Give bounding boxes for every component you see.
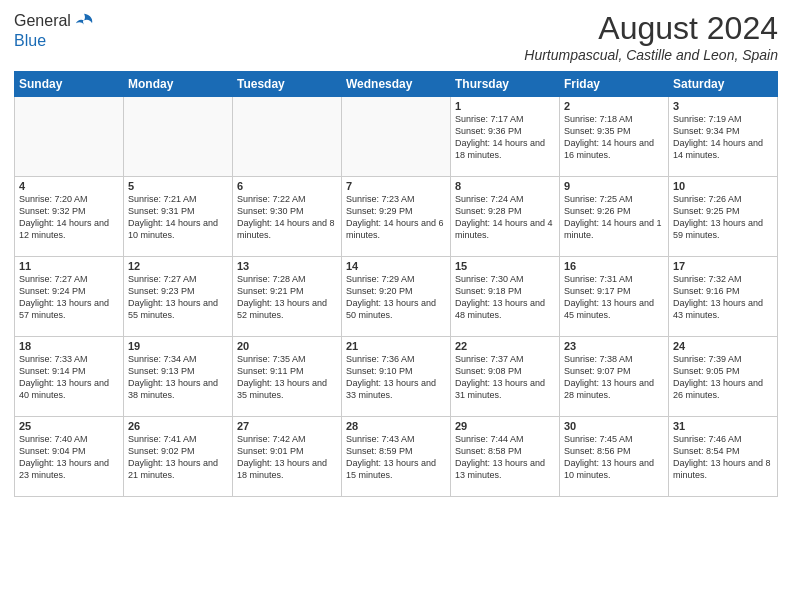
day-info: Sunrise: 7:19 AM Sunset: 9:34 PM Dayligh… — [673, 113, 773, 162]
day-info: Sunrise: 7:27 AM Sunset: 9:24 PM Dayligh… — [19, 273, 119, 322]
day-number: 7 — [346, 180, 446, 192]
day-number: 23 — [564, 340, 664, 352]
day-info: Sunrise: 7:31 AM Sunset: 9:17 PM Dayligh… — [564, 273, 664, 322]
col-tuesday: Tuesday — [233, 72, 342, 97]
day-number: 29 — [455, 420, 555, 432]
day-info: Sunrise: 7:45 AM Sunset: 8:56 PM Dayligh… — [564, 433, 664, 482]
header: General Blue August 2024 Hurtumpascual, … — [14, 10, 778, 63]
calendar-day-cell: 13Sunrise: 7:28 AM Sunset: 9:21 PM Dayli… — [233, 257, 342, 337]
calendar-day-cell: 28Sunrise: 7:43 AM Sunset: 8:59 PM Dayli… — [342, 417, 451, 497]
calendar-day-cell: 8Sunrise: 7:24 AM Sunset: 9:28 PM Daylig… — [451, 177, 560, 257]
title-area: August 2024 Hurtumpascual, Castille and … — [524, 10, 778, 63]
calendar-day-cell: 18Sunrise: 7:33 AM Sunset: 9:14 PM Dayli… — [15, 337, 124, 417]
day-number: 11 — [19, 260, 119, 272]
calendar-day-cell: 17Sunrise: 7:32 AM Sunset: 9:16 PM Dayli… — [669, 257, 778, 337]
calendar-day-cell — [342, 97, 451, 177]
day-info: Sunrise: 7:39 AM Sunset: 9:05 PM Dayligh… — [673, 353, 773, 402]
calendar-day-cell — [15, 97, 124, 177]
day-info: Sunrise: 7:22 AM Sunset: 9:30 PM Dayligh… — [237, 193, 337, 242]
logo: General Blue — [14, 10, 95, 50]
calendar-day-cell: 6Sunrise: 7:22 AM Sunset: 9:30 PM Daylig… — [233, 177, 342, 257]
day-number: 20 — [237, 340, 337, 352]
day-number: 6 — [237, 180, 337, 192]
day-number: 30 — [564, 420, 664, 432]
calendar-day-cell — [124, 97, 233, 177]
calendar-day-cell: 20Sunrise: 7:35 AM Sunset: 9:11 PM Dayli… — [233, 337, 342, 417]
calendar-day-cell: 30Sunrise: 7:45 AM Sunset: 8:56 PM Dayli… — [560, 417, 669, 497]
day-number: 27 — [237, 420, 337, 432]
col-friday: Friday — [560, 72, 669, 97]
calendar-day-cell: 10Sunrise: 7:26 AM Sunset: 9:25 PM Dayli… — [669, 177, 778, 257]
logo-bird-icon — [73, 10, 95, 32]
calendar-day-cell: 7Sunrise: 7:23 AM Sunset: 9:29 PM Daylig… — [342, 177, 451, 257]
col-wednesday: Wednesday — [342, 72, 451, 97]
calendar-week-row: 25Sunrise: 7:40 AM Sunset: 9:04 PM Dayli… — [15, 417, 778, 497]
day-number: 17 — [673, 260, 773, 272]
day-number: 14 — [346, 260, 446, 272]
calendar-day-cell: 26Sunrise: 7:41 AM Sunset: 9:02 PM Dayli… — [124, 417, 233, 497]
day-info: Sunrise: 7:18 AM Sunset: 9:35 PM Dayligh… — [564, 113, 664, 162]
logo-general-text: General — [14, 12, 71, 30]
day-number: 1 — [455, 100, 555, 112]
day-number: 19 — [128, 340, 228, 352]
calendar-day-cell — [233, 97, 342, 177]
day-number: 13 — [237, 260, 337, 272]
calendar-week-row: 11Sunrise: 7:27 AM Sunset: 9:24 PM Dayli… — [15, 257, 778, 337]
day-number: 26 — [128, 420, 228, 432]
day-info: Sunrise: 7:17 AM Sunset: 9:36 PM Dayligh… — [455, 113, 555, 162]
day-number: 10 — [673, 180, 773, 192]
day-info: Sunrise: 7:23 AM Sunset: 9:29 PM Dayligh… — [346, 193, 446, 242]
day-number: 31 — [673, 420, 773, 432]
calendar-day-cell: 14Sunrise: 7:29 AM Sunset: 9:20 PM Dayli… — [342, 257, 451, 337]
day-number: 15 — [455, 260, 555, 272]
calendar-day-cell: 9Sunrise: 7:25 AM Sunset: 9:26 PM Daylig… — [560, 177, 669, 257]
day-number: 12 — [128, 260, 228, 272]
location-subtitle: Hurtumpascual, Castille and Leon, Spain — [524, 47, 778, 63]
day-info: Sunrise: 7:37 AM Sunset: 9:08 PM Dayligh… — [455, 353, 555, 402]
day-info: Sunrise: 7:26 AM Sunset: 9:25 PM Dayligh… — [673, 193, 773, 242]
day-info: Sunrise: 7:24 AM Sunset: 9:28 PM Dayligh… — [455, 193, 555, 242]
day-number: 2 — [564, 100, 664, 112]
day-info: Sunrise: 7:33 AM Sunset: 9:14 PM Dayligh… — [19, 353, 119, 402]
calendar-week-row: 1Sunrise: 7:17 AM Sunset: 9:36 PM Daylig… — [15, 97, 778, 177]
day-number: 3 — [673, 100, 773, 112]
day-info: Sunrise: 7:41 AM Sunset: 9:02 PM Dayligh… — [128, 433, 228, 482]
calendar-day-cell: 5Sunrise: 7:21 AM Sunset: 9:31 PM Daylig… — [124, 177, 233, 257]
calendar-day-cell: 23Sunrise: 7:38 AM Sunset: 9:07 PM Dayli… — [560, 337, 669, 417]
day-number: 5 — [128, 180, 228, 192]
calendar-day-cell: 4Sunrise: 7:20 AM Sunset: 9:32 PM Daylig… — [15, 177, 124, 257]
day-info: Sunrise: 7:28 AM Sunset: 9:21 PM Dayligh… — [237, 273, 337, 322]
calendar-day-cell: 31Sunrise: 7:46 AM Sunset: 8:54 PM Dayli… — [669, 417, 778, 497]
day-info: Sunrise: 7:44 AM Sunset: 8:58 PM Dayligh… — [455, 433, 555, 482]
calendar-day-cell: 3Sunrise: 7:19 AM Sunset: 9:34 PM Daylig… — [669, 97, 778, 177]
day-info: Sunrise: 7:38 AM Sunset: 9:07 PM Dayligh… — [564, 353, 664, 402]
col-saturday: Saturday — [669, 72, 778, 97]
day-number: 25 — [19, 420, 119, 432]
col-sunday: Sunday — [15, 72, 124, 97]
day-number: 22 — [455, 340, 555, 352]
day-info: Sunrise: 7:35 AM Sunset: 9:11 PM Dayligh… — [237, 353, 337, 402]
calendar-header-row: Sunday Monday Tuesday Wednesday Thursday… — [15, 72, 778, 97]
calendar-day-cell: 21Sunrise: 7:36 AM Sunset: 9:10 PM Dayli… — [342, 337, 451, 417]
day-number: 24 — [673, 340, 773, 352]
calendar-day-cell: 2Sunrise: 7:18 AM Sunset: 9:35 PM Daylig… — [560, 97, 669, 177]
col-thursday: Thursday — [451, 72, 560, 97]
day-info: Sunrise: 7:25 AM Sunset: 9:26 PM Dayligh… — [564, 193, 664, 242]
day-info: Sunrise: 7:32 AM Sunset: 9:16 PM Dayligh… — [673, 273, 773, 322]
month-year-title: August 2024 — [524, 10, 778, 47]
logo-blue-text: Blue — [14, 32, 95, 50]
day-number: 18 — [19, 340, 119, 352]
calendar-day-cell: 19Sunrise: 7:34 AM Sunset: 9:13 PM Dayli… — [124, 337, 233, 417]
page: General Blue August 2024 Hurtumpascual, … — [0, 0, 792, 612]
day-info: Sunrise: 7:36 AM Sunset: 9:10 PM Dayligh… — [346, 353, 446, 402]
day-info: Sunrise: 7:43 AM Sunset: 8:59 PM Dayligh… — [346, 433, 446, 482]
day-info: Sunrise: 7:46 AM Sunset: 8:54 PM Dayligh… — [673, 433, 773, 482]
day-number: 21 — [346, 340, 446, 352]
day-info: Sunrise: 7:27 AM Sunset: 9:23 PM Dayligh… — [128, 273, 228, 322]
day-info: Sunrise: 7:34 AM Sunset: 9:13 PM Dayligh… — [128, 353, 228, 402]
calendar-week-row: 18Sunrise: 7:33 AM Sunset: 9:14 PM Dayli… — [15, 337, 778, 417]
day-info: Sunrise: 7:29 AM Sunset: 9:20 PM Dayligh… — [346, 273, 446, 322]
col-monday: Monday — [124, 72, 233, 97]
calendar-day-cell: 16Sunrise: 7:31 AM Sunset: 9:17 PM Dayli… — [560, 257, 669, 337]
day-number: 16 — [564, 260, 664, 272]
